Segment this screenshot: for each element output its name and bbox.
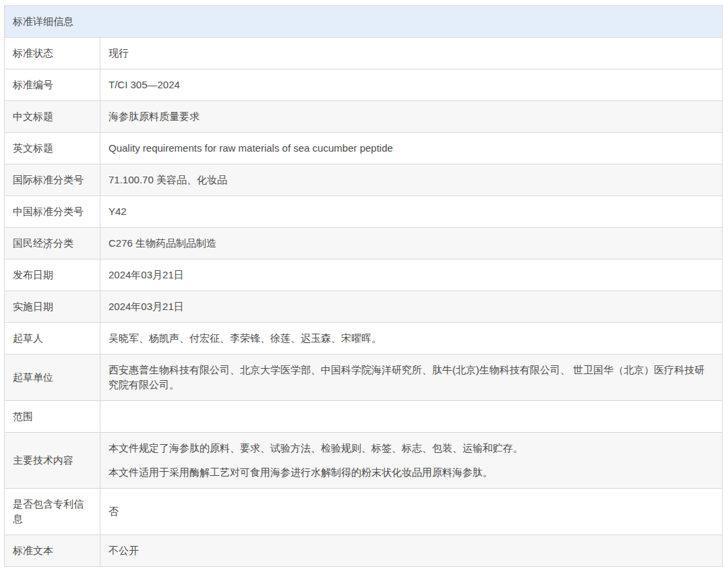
table-row: 发布日期2024年03月21日 [5, 259, 723, 291]
row-value: 海参肽原料质量要求 [100, 101, 723, 133]
row-label: 起草人 [5, 323, 100, 355]
row-label: 国民经济分类 [5, 228, 100, 259]
table-row: 起草单位西安惠普生物科技有限公司、北京大学医学部、中国科学院海洋研究所、肽牛(北… [5, 355, 723, 401]
standard-details-panel: 标准详细信息 标准状态现行标准编号T/CI 305—2024中文标题海参肽原料质… [4, 5, 723, 567]
table-row: 范围 [5, 401, 723, 433]
row-label: 中文标题 [5, 101, 100, 133]
row-value [100, 401, 723, 433]
row-value: 吴晓军、杨凯声、付宏征、李荣锋、徐莲、迟玉森、宋曜晖。 [100, 323, 723, 355]
row-label: 发布日期 [5, 259, 100, 291]
table-row: 中国标准分类号Y42 [5, 196, 723, 228]
row-value: 不公开 [100, 535, 723, 567]
row-label: 标准状态 [5, 38, 100, 69]
row-value: 现行 [100, 38, 723, 69]
table-header: 标准详细信息 [5, 6, 723, 38]
table-row: 国际标准分类号71.100.70 美容品、化妆品 [5, 164, 723, 196]
row-value: 71.100.70 美容品、化妆品 [100, 164, 723, 196]
row-value: Y42 [100, 196, 723, 228]
row-value: 西安惠普生物科技有限公司、北京大学医学部、中国科学院海洋研究所、肽牛(北京)生物… [100, 355, 723, 401]
row-value: T/CI 305—2024 [100, 69, 723, 101]
row-value: C276 生物药品制品制造 [100, 228, 723, 259]
table-header-row: 标准详细信息 [5, 6, 723, 38]
row-value: 2024年03月21日 [100, 291, 723, 323]
table-row: 国民经济分类C276 生物药品制品制造 [5, 228, 723, 259]
panel-title: 标准详细信息 [5, 6, 723, 38]
table-row: 起草人吴晓军、杨凯声、付宏征、李荣锋、徐莲、迟玉森、宋曜晖。 [5, 323, 723, 355]
table-row: 标准编号T/CI 305—2024 [5, 69, 723, 101]
row-label: 英文标题 [5, 133, 100, 164]
row-label: 是否包含专利信息 [5, 489, 100, 535]
row-value: 本文件规定了海参肽的原料、要求、试验方法、检验规则、标签、标志、包装、运输和贮存… [100, 433, 723, 489]
details-table-body: 标准状态现行标准编号T/CI 305—2024中文标题海参肽原料质量要求英文标题… [5, 38, 723, 567]
row-label: 主要技术内容 [5, 433, 100, 489]
row-value: 2024年03月21日 [100, 259, 723, 291]
row-value: Quality requirements for raw materials o… [100, 133, 723, 164]
row-label: 起草单位 [5, 355, 100, 401]
row-label: 范围 [5, 401, 100, 433]
table-row: 标准状态现行 [5, 38, 723, 69]
row-label: 标准编号 [5, 69, 100, 101]
row-label: 实施日期 [5, 291, 100, 323]
table-row: 英文标题Quality requirements for raw materia… [5, 133, 723, 164]
row-value: 否 [100, 489, 723, 535]
table-row: 主要技术内容本文件规定了海参肽的原料、要求、试验方法、检验规则、标签、标志、包装… [5, 433, 723, 489]
table-row: 中文标题海参肽原料质量要求 [5, 101, 723, 133]
standard-details-table: 标准详细信息 标准状态现行标准编号T/CI 305—2024中文标题海参肽原料质… [4, 5, 723, 567]
row-label: 中国标准分类号 [5, 196, 100, 228]
table-row: 实施日期2024年03月21日 [5, 291, 723, 323]
value-paragraph: 本文件规定了海参肽的原料、要求、试验方法、检验规则、标签、标志、包装、运输和贮存… [109, 441, 714, 456]
table-row: 标准文本不公开 [5, 535, 723, 567]
row-label: 国际标准分类号 [5, 164, 100, 196]
table-row: 是否包含专利信息否 [5, 489, 723, 535]
value-paragraph: 本文件适用于采用酶解工艺对可食用海参进行水解制得的粉末状化妆品用原料海参肽。 [109, 465, 714, 480]
row-label: 标准文本 [5, 535, 100, 567]
